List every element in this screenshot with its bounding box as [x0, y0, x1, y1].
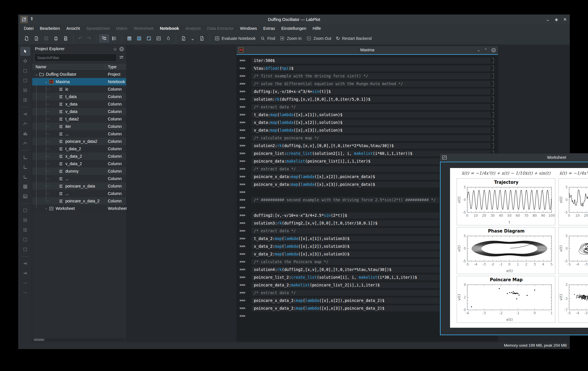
add-curve-icon[interactable] [20, 120, 30, 128]
zoom-x-select-icon[interactable] [20, 86, 30, 95]
restart-backend-button[interactable]: ↻Restart Backend [334, 35, 374, 42]
scrollbar-thumb[interactable] [34, 339, 44, 341]
maxima-titlebar[interactable]: M Maxima ⌄ ⌃ ✕ [236, 46, 498, 54]
axis-vertical-icon[interactable] [20, 163, 30, 171]
horizontal-scrollbar[interactable] [33, 338, 126, 341]
notebook-line: >>>t_data:map(lambda([x],x[1]),solution)… [237, 111, 498, 119]
worksheet-view[interactable]: ẍ(t) = −1/4x³(t) + x(t) − 1/10ẋ(t) + sin… [440, 162, 588, 335]
close-icon[interactable]: ✕ [563, 17, 567, 22]
select-region-icon[interactable] [20, 67, 30, 75]
zoom-out-button[interactable]: Zoom Out [304, 35, 333, 42]
minimize-icon[interactable]: ⌄ [546, 17, 550, 22]
close-dock-icon[interactable]: ✕ [119, 47, 124, 51]
new-plot-button[interactable] [154, 35, 163, 42]
close-notebook-icon[interactable]: ✕ [491, 48, 496, 52]
evaluate-notebook-button[interactable]: Evaluate Notebook [213, 35, 258, 42]
svg-text:20: 20 [584, 214, 588, 218]
auto-scale-x-icon[interactable] [20, 216, 30, 224]
tree-item-type: Column [106, 102, 126, 106]
filter-options-icon[interactable] [119, 55, 124, 61]
axis-horizontal-icon[interactable] [20, 153, 30, 162]
print-button[interactable] [51, 35, 61, 42]
code-cell[interactable]: solution:rk(duffing,[x,v],[0,0],[t,0,ite… [252, 96, 490, 102]
image-icon[interactable] [20, 192, 30, 201]
zoom-select-icon[interactable] [20, 76, 30, 85]
zoom-in-button[interactable]: Zoom In [278, 35, 303, 42]
code-cell[interactable]: /* calculate poincare map */ [252, 135, 490, 141]
code-cell[interactable]: duffing:[v,-v/10+x-x^3/4+sin(t)]$ [252, 89, 490, 95]
titlebar[interactable]: ✎ Duffing Oscillator — LabPlot ⌄ ◈ ✕ [18, 15, 570, 24]
dots-horizontal-icon[interactable] [20, 279, 30, 287]
expander-icon[interactable]: ⌄ [34, 73, 38, 76]
export-button[interactable] [179, 35, 188, 42]
select-cursor-icon[interactable] [20, 47, 30, 56]
new-document-button[interactable] [22, 35, 31, 42]
code-cell[interactable]: v_data:map(lambda([x],x[3]),solution)$ [252, 127, 490, 133]
auto-scale-y-icon[interactable] [20, 226, 30, 234]
shift-left-icon[interactable] [20, 259, 30, 268]
plot-trajectory-2[interactable]: Trajectory0102030405060708090100-505tx(t… [558, 178, 588, 225]
tree-guide-stub [46, 164, 49, 164]
code-cell[interactable]: x_data:map(lambda([x],x[2]),solution)$ [252, 120, 490, 126]
toggle-project-explorer-button[interactable] [99, 34, 109, 42]
menu-einstellungen[interactable]: Einstellungen [278, 24, 309, 32]
add-histogram-icon[interactable] [20, 129, 30, 138]
search-input[interactable] [34, 54, 117, 62]
color-theme-button[interactable] [164, 35, 173, 42]
worksheet-titlebar[interactable]: Worksheet ⌄ ⌃ ✕ [440, 153, 588, 162]
code-cell[interactable]: t_data:map(lambda([x],x[1]),solution)$ [252, 112, 490, 118]
restore-icon[interactable]: ⌃ [484, 48, 487, 52]
add-fit-curve-icon[interactable] [20, 139, 30, 148]
code-cell[interactable]: %tau:bfloat(%pi)$ [252, 65, 490, 71]
zoom-in-region-icon[interactable] [20, 235, 30, 244]
tree-row-duffingoscillator[interactable]: ⌄Duffing OscillatorProject [32, 71, 126, 78]
axis-box-icon[interactable] [20, 173, 30, 181]
find-button[interactable]: Find [258, 35, 277, 42]
tree-row-maxima[interactable]: ⌄MMaximaNotebook [32, 78, 126, 85]
plot-trajectory-1[interactable]: Trajectory0102030405060708090100-505tx(t… [457, 178, 555, 225]
import-button[interactable] [197, 35, 207, 42]
tree-header-type[interactable]: Type [106, 65, 126, 69]
new-spreadsheet-button[interactable] [125, 35, 134, 42]
auto-scale-icon[interactable] [20, 206, 30, 215]
code-cell[interactable]: /* first example with the driving force … [252, 73, 490, 79]
print-preview-button[interactable] [61, 35, 70, 42]
new-matrix-button[interactable] [135, 35, 144, 42]
navigate-icon[interactable] [20, 110, 30, 118]
shade-icon[interactable]: ⌄ [477, 48, 480, 52]
shift-right-icon[interactable] [20, 269, 30, 278]
menu-bearbeiten[interactable]: Bearbeiten [37, 24, 63, 32]
menu-hilfe[interactable]: Hilfe [309, 24, 324, 32]
plot-phase-2[interactable]: Phase Diagram-5-4-3-2-1012345-505x(t)v(t… [558, 227, 588, 274]
project-explorer-header[interactable]: Project Explorer ◇ ✕ [32, 45, 126, 53]
code-cell[interactable]: /* solve the differential equation with … [252, 81, 490, 87]
menu-windows[interactable]: Windows [237, 24, 260, 32]
plot-poincare-2[interactable]: Poincare Map-5-4-3-2-10123452-3-7x(t)v(t… [558, 276, 588, 323]
tree-row-worksheet[interactable]: ›WorksheetWorksheet [32, 205, 126, 212]
zoom-out-region-icon[interactable] [20, 245, 30, 254]
new-workbook-button[interactable] [144, 35, 153, 42]
tree-header-name[interactable]: Name [32, 63, 106, 71]
menu-ansicht[interactable]: Ansicht [63, 24, 83, 32]
toggle-properties-button[interactable] [110, 35, 119, 42]
equation-2: ẍ(t) = −1/4x³(t) + x(t) − 1/10ẋ(t) + 2.5… [558, 171, 588, 176]
open-document-button[interactable] [32, 35, 41, 42]
cartesian-plot-icon[interactable] [20, 182, 30, 191]
crosshair-icon[interactable] [20, 57, 30, 65]
zoom-y-select-icon[interactable] [20, 96, 30, 104]
dots-diagonal-icon[interactable] [20, 288, 30, 297]
menu-datei[interactable]: Datei [21, 24, 37, 32]
tree-header[interactable]: Name Type [32, 63, 126, 71]
code-cell[interactable]: /* extract data */ [252, 104, 490, 110]
code-cell[interactable]: solution2:rk(duffing,[x,v],[0,0],[t,0,it… [252, 143, 490, 149]
float-dock-icon[interactable]: ◇ [114, 45, 116, 53]
menu-extras[interactable]: Extras [260, 24, 278, 32]
expander-icon[interactable]: › [44, 207, 48, 210]
plot-poincare-1[interactable]: Poincare Map-4-3-2-101024x(t)v(t) [457, 276, 555, 323]
plot-phase-1[interactable]: Phase Diagram-5-4-3-2-1012345-505x(t)v(t… [457, 227, 555, 274]
code-cell[interactable]: iter:500$ [252, 58, 490, 64]
export-options-button[interactable]: ⌄ [189, 35, 197, 42]
maximize-icon[interactable]: ◈ [555, 17, 558, 22]
menu-notebook[interactable]: Notebook [157, 24, 182, 32]
expander-icon[interactable]: ⌄ [44, 80, 48, 84]
